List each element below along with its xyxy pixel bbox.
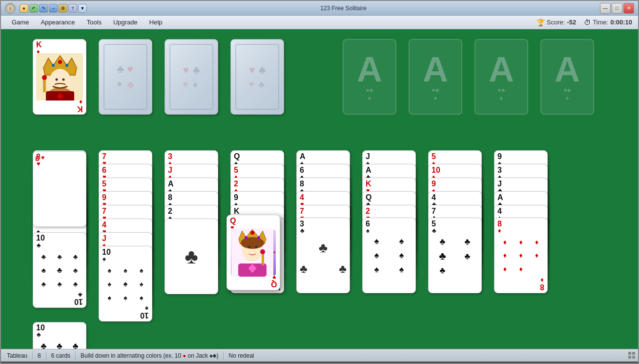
status-cards: 6 cards	[49, 352, 72, 359]
time-display: ⏱ Time: 0:00:10	[584, 19, 632, 26]
settings-button[interactable]: ⚙	[59, 4, 67, 13]
dragged-queen-hearts[interactable]: Q ♥	[227, 215, 280, 290]
tableau-col1-stack: 8 ♥	[33, 151, 86, 227]
svg-point-12	[65, 64, 68, 67]
svg-rect-62	[628, 356, 631, 359]
status-separator-4	[223, 351, 224, 360]
foundation-a-label-4: A	[555, 52, 580, 87]
svg-rect-61	[632, 352, 635, 355]
status-bar: Tableau 8 6 cards Build down in alternat…	[1, 349, 638, 362]
foundation-suits-3: ♥♣♠	[498, 87, 505, 102]
undo-button[interactable]: ↶	[29, 4, 38, 13]
col1-rank-8: 8	[35, 154, 39, 162]
menu-bar: Game Appearance Tools Upgrade Help 🏆 Sco…	[1, 16, 638, 29]
foundation-2[interactable]: A ♥♣♠	[409, 39, 462, 115]
time-icon: ⏱	[584, 19, 591, 26]
foundation-4[interactable]: A ♥♣♠	[540, 39, 594, 115]
tableau-col1-card-10clubs[interactable]: 10 ♣ ♣♣♣ ♣♣♣ ♣♣♣ 10 ♣	[33, 322, 86, 349]
extra-button[interactable]: ▼	[78, 4, 87, 13]
redo-button[interactable]: ↷	[39, 4, 48, 13]
foundation-1[interactable]: A ♥♣♠	[343, 39, 396, 115]
foundation-suits-2: ♥♣♠	[432, 87, 439, 102]
foundation-a-label-2: A	[423, 52, 448, 87]
svg-point-39	[241, 237, 264, 249]
svg-point-9	[62, 79, 65, 81]
status-tableau: Tableau	[5, 352, 29, 359]
svg-point-45	[245, 236, 247, 239]
score-value: -52	[567, 19, 576, 26]
svg-point-44	[250, 231, 254, 235]
foundation-3[interactable]: A ♥♣♠	[474, 39, 528, 115]
foundation-suits-1: ♥♣♠	[366, 87, 373, 102]
window-controls: — □ ✕	[600, 3, 634, 14]
deck-pile-2[interactable]: ♣ ♥ ♠ ♣	[99, 39, 152, 115]
deck-pile-3[interactable]: ♥ ♣ ♥ ♠	[165, 39, 218, 115]
card-back-inner-4: ♥ ♣ ♥ ♣	[235, 44, 279, 110]
status-separator-3	[75, 351, 76, 360]
window-title: 123 Free Solitaire	[87, 5, 600, 12]
help-button[interactable]: ?	[68, 4, 77, 13]
svg-rect-63	[632, 356, 635, 359]
svg-point-11	[52, 64, 55, 67]
svg-text:S: S	[9, 6, 12, 11]
quick-access-toolbar: ♦ ↶ ↷ → ⚙ ? ▼	[20, 4, 87, 13]
app-icon: S	[5, 3, 16, 14]
status-rule: Build down in alternating colors (ex. 10…	[79, 352, 220, 359]
score-icon: 🏆	[536, 19, 545, 26]
menu-help[interactable]: Help	[144, 17, 167, 27]
menu-game[interactable]: Game	[7, 17, 34, 27]
svg-point-42	[248, 246, 250, 248]
svg-rect-60	[628, 352, 631, 355]
minimize-button[interactable]: —	[600, 3, 611, 14]
card-back-inner: ♣ ♥ ♠ ♣	[103, 44, 147, 110]
score-display: 🏆 Score: -52	[536, 19, 576, 26]
time-label: Time:	[593, 19, 608, 26]
svg-point-10	[58, 60, 62, 64]
menu-upgrade[interactable]: Upgrade	[108, 17, 143, 27]
svg-point-43	[255, 246, 257, 248]
title-bar-left: S ♦ ↶ ↷ → ⚙ ? ▼	[5, 3, 87, 14]
queen-art: ♥	[231, 230, 276, 275]
svg-point-48	[260, 249, 265, 254]
score-label: Score:	[547, 19, 565, 26]
hint-button[interactable]: →	[49, 4, 58, 13]
status-separator-1	[32, 351, 33, 360]
king-artwork	[36, 53, 83, 101]
menu-tools[interactable]: Tools	[82, 17, 106, 27]
close-button[interactable]: ✕	[623, 3, 634, 14]
card-rank-bottom: K	[77, 105, 83, 113]
status-redeal: No redeal	[227, 352, 256, 359]
maximize-button[interactable]: □	[612, 3, 622, 14]
svg-point-46	[257, 236, 260, 239]
title-bar: S ♦ ↶ ↷ → ⚙ ? ▼ 123 Free Solitaire — □ ✕	[1, 1, 638, 16]
stock-card-king-diamonds[interactable]: K ♦	[33, 39, 86, 115]
deck-pile-4[interactable]: ♥ ♣ ♥ ♣	[230, 39, 284, 115]
game-area[interactable]: K ♦	[1, 29, 638, 349]
card-suit-bottom: ♦	[79, 99, 82, 105]
status-columns: 8	[36, 352, 43, 359]
card-back-inner-3: ♥ ♣ ♥ ♠	[169, 44, 213, 110]
foundation-a-label-3: A	[489, 52, 514, 87]
foundation-a-label: A	[357, 52, 382, 87]
new-game-button[interactable]: ♦	[20, 4, 28, 13]
grid-icon	[628, 352, 636, 360]
svg-point-14	[42, 75, 47, 80]
menu-appearance[interactable]: Appearance	[36, 17, 80, 27]
svg-point-8	[56, 79, 58, 81]
col1-suit-8: ♥	[41, 154, 44, 161]
time-value: 0:00:10	[610, 19, 632, 26]
score-time-area: 🏆 Score: -52 ⏱ Time: 0:00:10	[536, 19, 632, 26]
status-separator-2	[46, 351, 46, 360]
foundation-suits-4: ♥♣♠	[564, 87, 571, 102]
